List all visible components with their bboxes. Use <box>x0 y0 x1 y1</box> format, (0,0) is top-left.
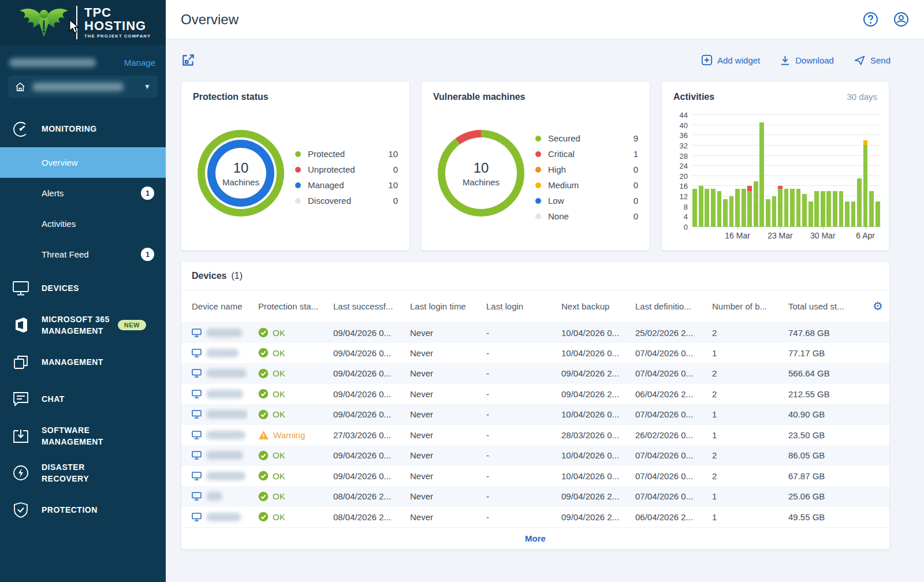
activity-bar <box>747 186 752 227</box>
last-login-time: Never <box>400 384 476 405</box>
warning-triangle-icon <box>258 430 269 440</box>
vulnerable-machines-donut: 10 Machines <box>438 130 524 217</box>
activity-bar <box>723 199 728 227</box>
activity-bar <box>857 178 862 227</box>
column-header[interactable]: Total used st... <box>778 290 862 322</box>
device-name-redacted <box>206 410 248 419</box>
column-header[interactable]: Last login time <box>400 290 476 322</box>
next-backup: 09/04/2026 2... <box>551 507 625 528</box>
device-row[interactable]: OK09/04/2026 0...Never-09/04/2026 2...06… <box>181 384 889 405</box>
legend-item: Low 0 <box>535 193 638 208</box>
add-widget-button[interactable]: Add widget <box>701 54 760 66</box>
download-button[interactable]: Download <box>780 54 834 66</box>
machines-label: Machines <box>222 177 259 187</box>
sidebar-item-chat[interactable]: CHAT <box>0 380 166 417</box>
status-text: OK <box>273 450 285 460</box>
organization-dropdown[interactable]: ▼ <box>8 76 158 98</box>
status-text: OK <box>273 512 285 522</box>
ok-check-icon <box>258 471 269 481</box>
device-name-redacted <box>206 472 245 480</box>
activity-bar <box>772 196 777 227</box>
legend-item: Discovered 0 <box>295 193 398 208</box>
sidebar-item-threat-feed[interactable]: Threat Feed1 <box>0 239 166 270</box>
sidebar-item-management[interactable]: MANAGEMENT <box>0 344 166 380</box>
next-backup: 09/04/2026 2... <box>551 363 625 384</box>
column-header[interactable]: Next backup <box>551 290 625 322</box>
sidebar-item-monitoring[interactable]: MONITORING <box>0 110 166 147</box>
device-monitor-icon <box>192 410 202 419</box>
column-header[interactable]: Device name <box>181 290 248 322</box>
logo: TPC HOSTING THE PROJEKT COMPANY <box>0 0 166 45</box>
device-monitor-icon <box>192 513 202 521</box>
next-backup: 09/04/2026 2... <box>551 384 625 405</box>
column-header[interactable]: Last definitio... <box>625 290 702 322</box>
sidebar-item-label: MONITORING <box>42 123 97 135</box>
device-monitor-icon <box>192 369 202 378</box>
dashboard-content: Protection status 10 Machines Protected <box>166 81 924 550</box>
number-of-backups: 2 <box>702 445 778 466</box>
column-header[interactable]: Protection sta... <box>248 290 323 322</box>
y-axis-tick-label: 12 <box>680 192 688 201</box>
device-row[interactable]: OK09/04/2026 0...Never-09/04/2026 2...07… <box>181 363 889 384</box>
sidebar-item-software-management[interactable]: SOFTWARE MANAGEMENT <box>0 417 166 454</box>
sidebar-item-overview[interactable]: Overview <box>0 147 166 178</box>
device-row[interactable]: OK09/04/2026 0...Never-10/04/2026 0...25… <box>181 322 889 343</box>
legend-label: None <box>548 211 569 221</box>
activity-bar <box>766 199 770 227</box>
ok-check-icon <box>258 389 269 399</box>
last-definitions-update: 25/02/2026 2... <box>625 322 702 343</box>
device-row[interactable]: OK08/04/2026 2...Never-09/04/2026 2...07… <box>181 486 889 507</box>
sidebar-item-disaster-recovery[interactable]: DISASTER RECOVERY <box>0 454 166 491</box>
device-row[interactable]: OK08/04/2026 2...Never-09/04/2026 2...06… <box>181 507 889 528</box>
y-axis-tick-label: 40 <box>680 121 688 129</box>
device-monitor-icon <box>192 349 202 357</box>
activity-bar <box>778 186 783 227</box>
device-name-redacted <box>206 492 222 501</box>
status-text: OK <box>273 328 285 338</box>
sidebar-item-devices[interactable]: DEVICES <box>0 270 166 307</box>
number-of-backups: 2 <box>702 466 778 487</box>
activities-bar-chart: 04812162024283236404416 Mar23 Mar30 Mar6… <box>672 111 882 241</box>
y-axis-tick-label: 4 <box>684 212 688 221</box>
device-row[interactable]: Warning27/03/2026 0...Never-28/03/2026 0… <box>181 425 889 446</box>
last-definitions-update: 07/04/2026 0... <box>625 486 702 507</box>
table-settings-gear-icon[interactable]: ⚙ <box>862 290 889 322</box>
status-text: OK <box>273 471 285 481</box>
new-badge: NEW <box>118 320 146 330</box>
manage-link[interactable]: Manage <box>124 58 155 68</box>
ok-check-icon <box>258 512 269 522</box>
sidebar-item-alerts[interactable]: Alerts1 <box>0 178 166 208</box>
device-row[interactable]: OK09/04/2026 0...Never-10/04/2026 0...07… <box>181 404 889 425</box>
number-of-backups: 1 <box>702 486 778 507</box>
lightning-icon <box>0 465 42 481</box>
total-used-storage: 49.55 GB <box>778 507 862 528</box>
column-header[interactable]: Last successf... <box>323 290 400 322</box>
last-successful-backup: 08/04/2026 2... <box>323 507 400 528</box>
device-row[interactable]: OK09/04/2026 0...Never-10/04/2026 0...07… <box>181 343 889 364</box>
vulnerable-machines-widget: Vulnerable machines 10 Machines Secured … <box>421 81 650 251</box>
next-backup: 10/04/2026 0... <box>551 445 625 466</box>
sidebar-item-label: SOFTWARE MANAGEMENT <box>42 424 128 448</box>
chat-icon <box>0 391 42 406</box>
more-link[interactable]: More <box>525 534 546 543</box>
device-row[interactable]: OK09/04/2026 0...Never-10/04/2026 0...07… <box>181 445 889 466</box>
account-icon[interactable] <box>893 12 909 27</box>
last-login-time: Never <box>400 343 476 364</box>
help-icon[interactable] <box>863 12 878 27</box>
legend-item: Medium 0 <box>535 177 638 193</box>
x-axis-tick <box>737 227 738 229</box>
sidebar-item-microsoft-365-management[interactable]: MICROSOFT 365 MANAGEMENTNEW <box>0 307 166 344</box>
last-login: - <box>476 466 551 487</box>
expand-icon[interactable] <box>181 53 196 68</box>
last-login-time: Never <box>400 322 476 343</box>
device-row[interactable]: OK09/04/2026 0...Never-10/04/2026 0...07… <box>181 466 889 487</box>
send-button[interactable]: Send <box>854 54 891 66</box>
device-name-redacted <box>206 349 239 357</box>
sidebar-item-activities[interactable]: Activities <box>0 208 166 239</box>
column-header[interactable]: Number of b... <box>702 290 778 322</box>
column-header[interactable]: Last login <box>476 290 551 322</box>
sidebar-nav: MONITORINGOverviewAlerts1ActivitiesThrea… <box>0 110 166 528</box>
sidebar-item-protection[interactable]: PROTECTION <box>0 491 166 528</box>
legend-label: Critical <box>548 149 575 159</box>
last-login: - <box>476 322 551 343</box>
